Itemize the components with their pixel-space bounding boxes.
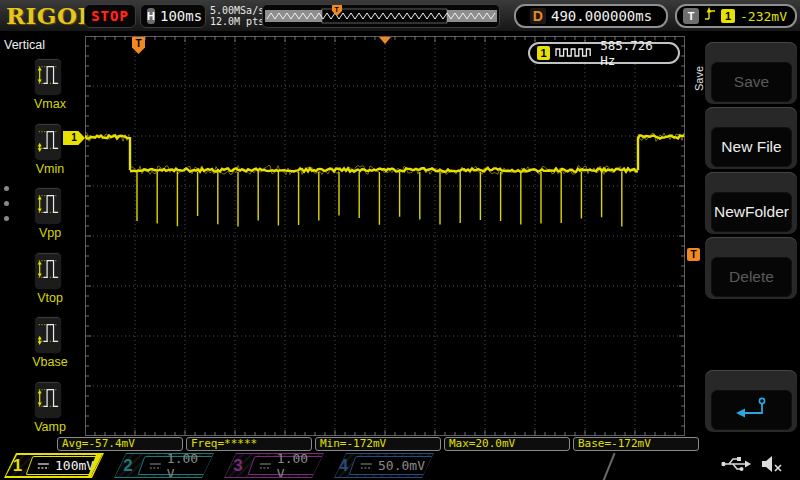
menu-button-save[interactable]: Save: [711, 62, 792, 102]
menu-page-dot: [4, 186, 9, 191]
menu-page-dot: [4, 216, 9, 221]
left-menu-title: Vertical: [4, 38, 64, 52]
channel-scale-value: 100mV: [55, 458, 94, 473]
measurement-readout: Max=20.0mV: [444, 437, 570, 451]
channel-scale-value: 1.00 V: [167, 451, 205, 480]
square-wave-icon: [555, 44, 595, 62]
trigger-label: T: [683, 8, 699, 24]
oscilloscope-screen: RIGOL STOP H 100ms 5.00MSa/s 12.0M pts T…: [0, 0, 800, 480]
waveform-position-thumbnail[interactable]: T: [262, 4, 500, 28]
menu-page-dot: [4, 201, 9, 206]
trigger-level-value: -232mV: [740, 9, 787, 24]
softkey-label: Vamp: [24, 420, 76, 434]
timebase-value: 100ms: [160, 8, 202, 24]
channel-2-block[interactable]: 21.00 V: [114, 453, 214, 478]
menu-button-newfolder[interactable]: NewFolder: [711, 192, 792, 232]
channel-body: 31.00 V: [225, 454, 323, 477]
svg-text:T: T: [335, 6, 340, 13]
graticule-and-waveform: [85, 36, 685, 436]
channel-number: 3: [225, 456, 251, 476]
frequency-counter: 1 585.726 Hz: [528, 42, 680, 64]
rising-edge-icon: [704, 6, 716, 26]
vamp-icon: [36, 382, 60, 418]
menu-button-new-file[interactable]: New File: [711, 127, 792, 167]
softkey-label: Vtop: [24, 291, 76, 305]
vmax-icon: [36, 59, 60, 95]
softkey-vmax[interactable]: [34, 58, 62, 96]
run-state-text: STOP: [91, 8, 129, 24]
dc-coupling-icon: [37, 457, 50, 475]
delay-label: D: [530, 8, 546, 24]
vtop-icon: [36, 253, 60, 289]
measurement-readout: Freq=*****: [186, 437, 312, 451]
dc-coupling-icon: [259, 457, 272, 475]
horizontal-delay-block[interactable]: D 490.000000ms: [514, 4, 668, 28]
horizontal-timebase-block[interactable]: H 100ms: [140, 4, 206, 28]
status-divider: [602, 453, 615, 480]
channel-number: 2: [115, 456, 141, 476]
softkey-vamp[interactable]: [34, 381, 62, 419]
softkey-vpp[interactable]: [34, 187, 62, 225]
run-state-indicator[interactable]: STOP: [84, 4, 136, 28]
vbase-icon: [36, 317, 60, 353]
channel-scale-value: 1.00 V: [277, 451, 315, 480]
softkey-label: Vpp: [24, 226, 76, 240]
trigger-level-marker[interactable]: T: [687, 248, 700, 261]
measurement-readout: Base=-172mV: [573, 437, 699, 451]
channel-3-block[interactable]: 31.00 V: [224, 453, 324, 478]
dc-coupling-icon: [360, 457, 373, 475]
channel-body: 450.0mV: [335, 454, 433, 477]
softkey-label: Vmax: [24, 97, 76, 111]
delay-value: 490.000000ms: [551, 8, 652, 24]
rigol-logo: RIGOL: [6, 2, 84, 30]
vpp-icon: [36, 188, 60, 224]
trigger-source-badge: 1: [721, 9, 735, 23]
channel1-ground-marker[interactable]: 1: [63, 131, 85, 145]
softkey-label: Vbase: [24, 355, 76, 369]
channel-scale-value: 50.0mV: [378, 458, 425, 473]
freq-counter-value: 585.726 Hz: [600, 38, 671, 68]
h-label: H: [147, 8, 155, 24]
measurement-readout: Min=-172mV: [315, 437, 441, 451]
menu-button-delete[interactable]: Delete: [711, 257, 792, 297]
measurement-readout: Avg=-57.4mV: [57, 437, 183, 451]
dc-coupling-icon: [149, 457, 162, 475]
softkey-label: Vmin: [24, 162, 76, 176]
return-arrow-icon: [733, 394, 771, 426]
status-icons: [720, 454, 784, 478]
channel-body: 21.00 V: [115, 454, 213, 477]
sample-rate: 5.00MSa/s: [210, 5, 264, 16]
channel-4-block[interactable]: 450.0mV: [334, 453, 434, 478]
usb-icon: [720, 455, 752, 477]
back-button[interactable]: [711, 390, 792, 430]
top-bar: RIGOL STOP H 100ms 5.00MSa/s 12.0M pts T…: [0, 0, 800, 32]
thumbnail-waveform: T: [263, 5, 499, 31]
channel-scale-box: 50.0mV: [349, 456, 437, 475]
speaker-muted-icon: [760, 454, 784, 478]
channel-body: 1100mV: [6, 455, 102, 476]
trigger-info-block[interactable]: T 1 -232mV: [675, 4, 797, 28]
freq-counter-channel-badge: 1: [537, 46, 550, 60]
softkey-vmin[interactable]: [34, 123, 62, 161]
softkey-vtop[interactable]: [34, 252, 62, 290]
vmin-icon: [36, 124, 60, 160]
acquisition-info: 5.00MSa/s 12.0M pts: [210, 5, 264, 27]
memory-depth: 12.0M pts: [210, 16, 264, 27]
softkey-vbase[interactable]: [34, 316, 62, 354]
channel-1-block[interactable]: 1100mV: [4, 453, 104, 478]
